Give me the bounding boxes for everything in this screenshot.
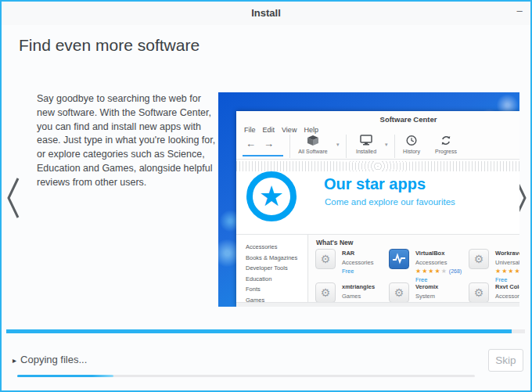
app-tile-xmtriangles[interactable]: ⚙ xmtriangles Games ★★★★★(9): [315, 282, 394, 302]
menu-view[interactable]: View: [282, 126, 297, 134]
star-circle-icon: ★: [246, 171, 297, 221]
software-center-statusbar: [236, 302, 519, 307]
app-tile-rxvt[interactable]: ⚙ Rxvt Color Unicode Accessories Free: [469, 282, 519, 302]
gear-icon: ⚙: [469, 249, 489, 269]
menu-help[interactable]: Help: [304, 126, 318, 134]
window-title: Install: [2, 7, 530, 19]
toolbar-separator: [394, 135, 395, 158]
gear-icon: ⚙: [315, 282, 336, 302]
skip-button[interactable]: Skip: [488, 349, 523, 372]
category-fonts[interactable]: Fonts: [246, 284, 307, 295]
category-sidebar: Accessories Books & Magazines Developer …: [236, 235, 308, 302]
banner-dot-texture: [236, 161, 519, 171]
toolbar-progress[interactable]: Progress: [430, 135, 462, 154]
minimize-button[interactable]: –: [513, 5, 526, 17]
toolbar-all-software[interactable]: All Software: [293, 135, 333, 154]
box-icon: [293, 135, 333, 147]
category-accessories[interactable]: Accessories: [246, 242, 307, 253]
caret-down-icon[interactable]: ▾: [336, 142, 340, 148]
category-education[interactable]: Education: [246, 274, 307, 285]
banner-title: Our star apps: [324, 175, 426, 193]
monitor-icon: [350, 135, 382, 147]
gear-icon: ⚙: [469, 282, 489, 302]
category-games[interactable]: Games: [246, 295, 307, 303]
slide-body-text: Say goodbye to searching the web for new…: [37, 92, 217, 189]
chevron-left-icon: [5, 175, 22, 221]
app-tile-veromix[interactable]: ⚙ Veromix System ★★★★★(4): [389, 282, 467, 302]
install-progress-bar: [17, 375, 475, 377]
install-status[interactable]: ▸Copying files...: [13, 354, 87, 365]
gear-icon: ⚙: [389, 282, 409, 302]
app-tile-workrave[interactable]: ⚙ Workrave Universal Access ★★★★★(44) Fr…: [469, 249, 519, 282]
software-center-menubar: FileEditViewHelp: [244, 126, 325, 134]
star-apps-banner[interactable]: ★ Our star apps Come and explore our fav…: [236, 160, 519, 234]
software-center-window: Software Center FileEditViewHelp ←→ All …: [236, 111, 519, 307]
menu-file[interactable]: File: [244, 126, 256, 134]
previous-slide-button[interactable]: [5, 175, 22, 221]
forward-icon[interactable]: →: [264, 138, 282, 149]
software-center-screenshot: Software Center FileEditViewHelp ←→ All …: [218, 92, 519, 307]
software-center-title: Software Center: [380, 115, 437, 124]
status-text: Copying files...: [20, 354, 87, 365]
banner-subtitle: Come and explore our favourites: [325, 197, 455, 207]
category-developer-tools[interactable]: Developer Tools: [246, 263, 307, 274]
clock-icon: [397, 135, 426, 147]
star-icon: ★: [259, 180, 284, 212]
installer-window: Install – Find even more software Say go…: [0, 0, 532, 392]
toolbar-separator: [346, 135, 347, 158]
toolbar-installed[interactable]: Installed: [350, 135, 382, 154]
install-progress-fill: [17, 375, 113, 377]
category-books[interactable]: Books & Magazines: [246, 253, 307, 264]
slide-heading: Find even more software: [19, 36, 200, 55]
refresh-icon: [430, 135, 462, 147]
expander-triangle-icon[interactable]: ▸: [13, 356, 16, 365]
nav-underline: [243, 155, 283, 156]
software-center-content: Accessories Books & Magazines Developer …: [236, 235, 519, 302]
app-tile-virtualbox[interactable]: VirtualBox Accessories ★★★★★(268) Free: [389, 249, 467, 282]
rating: ★★★★★(268): [415, 268, 462, 275]
gear-icon: ⚙: [315, 249, 336, 269]
titlebar: Install –: [2, 2, 530, 25]
caret-down-icon[interactable]: ▾: [385, 142, 388, 148]
slideshow-progress-fill: [6, 329, 512, 333]
virtualbox-icon: [389, 249, 409, 269]
toolbar-separator: [289, 135, 290, 158]
back-icon[interactable]: ←: [246, 138, 264, 149]
rating: ★★★★★(44): [495, 268, 519, 275]
whats-new-panel: What's New ⚙ RAR Accessories Free Virtua…: [309, 235, 519, 302]
nav-arrows[interactable]: ←→: [246, 138, 282, 149]
slideshow-progress-bar: [6, 329, 525, 333]
software-center-toolbar: ←→ All Software ▾ Installed ▾: [236, 135, 519, 160]
whats-new-header: What's New: [316, 239, 353, 246]
toolbar-history[interactable]: History: [397, 135, 426, 154]
menu-edit[interactable]: Edit: [263, 126, 275, 134]
app-tile-rar[interactable]: ⚙ RAR Accessories Free: [315, 249, 394, 282]
